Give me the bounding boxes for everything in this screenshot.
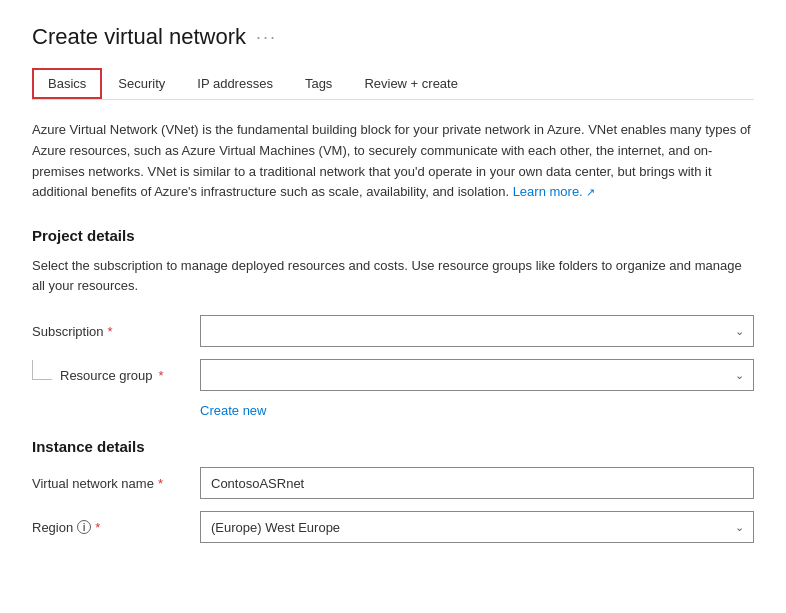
description-text: Azure Virtual Network (VNet) is the fund… [32,122,751,199]
resource-group-select[interactable] [200,359,754,391]
vnet-name-input-wrapper [200,467,754,499]
tab-bar: Basics Security IP addresses Tags Review… [32,68,754,100]
vnet-description: Azure Virtual Network (VNet) is the fund… [32,120,754,203]
learn-more-link[interactable]: Learn more. [513,184,595,199]
instance-details-title: Instance details [32,438,754,455]
region-select[interactable]: (Europe) West Europe (US) East US (US) W… [200,511,754,543]
page-title: Create virtual network [32,24,246,50]
tab-basics[interactable]: Basics [32,68,102,99]
subscription-select-wrapper: ⌄ [200,315,754,347]
resource-group-group: Resource group * ⌄ [32,359,754,391]
region-group: Region i * (Europe) West Europe (US) Eas… [32,511,754,543]
vnet-name-group: Virtual network name * [32,467,754,499]
tab-tags[interactable]: Tags [289,68,348,99]
region-info-icon[interactable]: i [77,520,91,534]
subscription-label: Subscription * [32,324,192,339]
project-details-title: Project details [32,227,754,244]
resource-group-select-wrapper: ⌄ [200,359,754,391]
region-required-star: * [95,520,100,535]
region-select-wrapper: (Europe) West Europe (US) East US (US) W… [200,511,754,543]
resource-group-required-star: * [159,368,164,383]
resource-group-label-area: Resource group * [32,368,192,383]
tab-review-create[interactable]: Review + create [348,68,474,99]
project-details-section: Project details Select the subscription … [32,227,754,418]
page-header: Create virtual network ··· [32,24,754,50]
vnet-name-required-star: * [158,476,163,491]
tab-ip-addresses[interactable]: IP addresses [181,68,289,99]
create-new-row: Create new [196,403,754,418]
vnet-name-label: Virtual network name * [32,476,192,491]
subscription-required-star: * [108,324,113,339]
subscription-select[interactable] [200,315,754,347]
project-details-description: Select the subscription to manage deploy… [32,256,754,295]
vnet-name-input[interactable] [200,467,754,499]
tab-security[interactable]: Security [102,68,181,99]
more-options-dots[interactable]: ··· [256,27,277,48]
create-new-link[interactable]: Create new [200,403,266,418]
subscription-group: Subscription * ⌄ [32,315,754,347]
region-label: Region i * [32,520,192,535]
instance-details-section: Instance details Virtual network name * … [32,438,754,543]
